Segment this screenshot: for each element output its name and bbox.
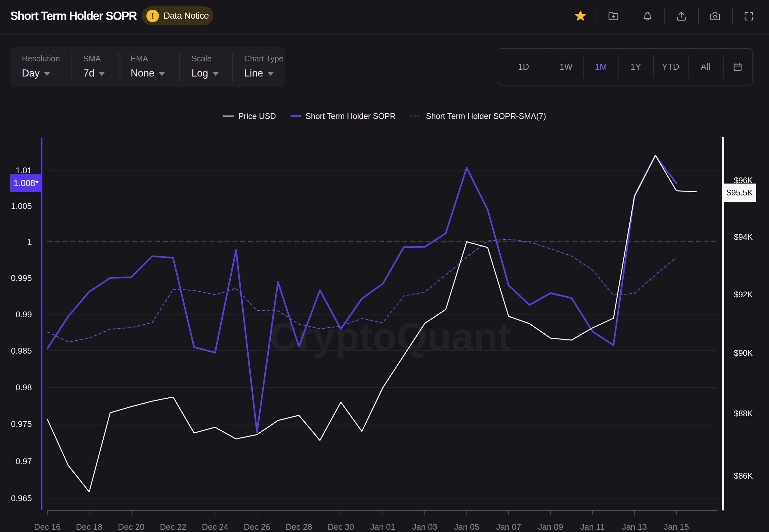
svg-text:Dec 16: Dec 16 <box>34 522 60 532</box>
svg-text:Dec 22: Dec 22 <box>160 522 186 532</box>
svg-text:0.965: 0.965 <box>11 493 32 503</box>
svg-text:Jan 03: Jan 03 <box>412 522 437 532</box>
svg-text:1.005: 1.005 <box>11 201 32 211</box>
svg-text:Jan 01: Jan 01 <box>370 522 395 532</box>
svg-text:0.97: 0.97 <box>15 456 32 466</box>
svg-text:$96K: $96K <box>734 176 753 185</box>
svg-text:Dec 30: Dec 30 <box>328 522 354 532</box>
svg-text:1.008*: 1.008* <box>14 178 39 188</box>
svg-text:0.985: 0.985 <box>11 346 32 356</box>
svg-text:Dec 24: Dec 24 <box>202 522 228 532</box>
svg-text:$94K: $94K <box>734 232 753 241</box>
svg-text:$92K: $92K <box>734 290 753 299</box>
svg-text:Jan 15: Jan 15 <box>664 522 689 532</box>
svg-text:$86K: $86K <box>734 471 753 480</box>
svg-text:Dec 18: Dec 18 <box>76 522 102 532</box>
svg-text:Jan 05: Jan 05 <box>454 522 479 532</box>
svg-text:Dec 26: Dec 26 <box>244 522 270 532</box>
svg-text:0.975: 0.975 <box>11 419 32 429</box>
svg-text:0.99: 0.99 <box>15 310 32 319</box>
svg-text:0.995: 0.995 <box>11 273 32 283</box>
svg-text:Dec 28: Dec 28 <box>286 522 312 532</box>
svg-text:0.98: 0.98 <box>15 383 32 392</box>
svg-text:Jan 13: Jan 13 <box>622 522 647 532</box>
svg-text:$90K: $90K <box>734 348 753 357</box>
svg-text:CryptoQuant: CryptoQuant <box>269 315 511 359</box>
svg-text:1.01: 1.01 <box>15 166 32 175</box>
svg-text:Jan 07: Jan 07 <box>496 522 521 532</box>
svg-text:Jan 09: Jan 09 <box>538 522 563 532</box>
svg-text:$88K: $88K <box>734 409 753 418</box>
svg-text:Jan 11: Jan 11 <box>580 522 605 532</box>
svg-text:Dec 20: Dec 20 <box>118 522 144 532</box>
svg-text:1: 1 <box>27 237 32 247</box>
svg-text:$95.5K: $95.5K <box>727 188 753 197</box>
